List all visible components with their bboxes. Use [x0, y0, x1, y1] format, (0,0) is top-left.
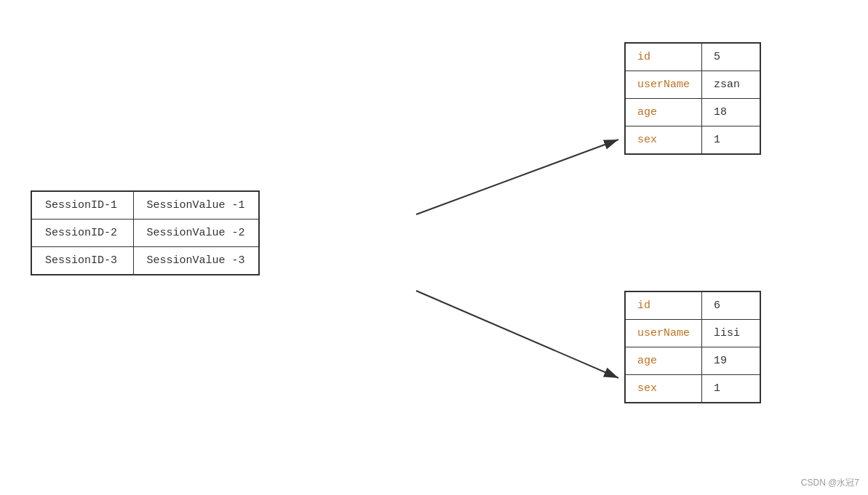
user-table-2: id6userNamelisiage19sex1 [624, 291, 761, 403]
user-row: sex1 [625, 126, 760, 155]
session-row: SessionID-1SessionValue -1 [31, 191, 259, 220]
field-name-cell: age [625, 347, 702, 375]
session-value-cell: SessionValue -1 [133, 191, 259, 220]
field-value-cell: 18 [702, 99, 760, 126]
svg-line-2 [416, 291, 618, 378]
field-name-cell: sex [625, 375, 702, 403]
field-name-cell: sex [625, 126, 702, 155]
user-row: id6 [625, 291, 760, 320]
user-row: age18 [625, 99, 760, 126]
session-value-cell: SessionValue -2 [133, 220, 259, 247]
session-id-cell: SessionID-2 [31, 220, 133, 247]
session-id-cell: SessionID-1 [31, 191, 133, 220]
svg-line-1 [416, 140, 618, 214]
user-row: age19 [625, 347, 760, 375]
field-value-cell: 19 [702, 347, 760, 375]
session-row: SessionID-2SessionValue -2 [31, 220, 259, 247]
user-row: sex1 [625, 375, 760, 403]
user-row: userNamelisi [625, 320, 760, 347]
user-table-1: id5userNamezsanage18sex1 [624, 42, 761, 155]
session-value-cell: SessionValue -3 [133, 247, 259, 275]
field-value-cell: zsan [702, 71, 760, 99]
field-name-cell: id [625, 291, 702, 320]
field-name-cell: id [625, 43, 702, 71]
field-name-cell: age [625, 99, 702, 126]
field-value-cell: 5 [702, 43, 760, 71]
session-table: SessionID-1SessionValue -1SessionID-2Ses… [31, 190, 260, 275]
user-row: id5 [625, 43, 760, 71]
field-value-cell: 1 [702, 375, 760, 403]
session-row: SessionID-3SessionValue -3 [31, 247, 259, 275]
field-value-cell: 6 [702, 291, 760, 320]
field-name-cell: userName [625, 71, 702, 99]
session-id-cell: SessionID-3 [31, 247, 133, 275]
field-value-cell: lisi [702, 320, 760, 347]
watermark: CSDN @水冠7 [801, 477, 859, 489]
field-value-cell: 1 [702, 126, 760, 155]
field-name-cell: userName [625, 320, 702, 347]
user-row: userNamezsan [625, 71, 760, 99]
